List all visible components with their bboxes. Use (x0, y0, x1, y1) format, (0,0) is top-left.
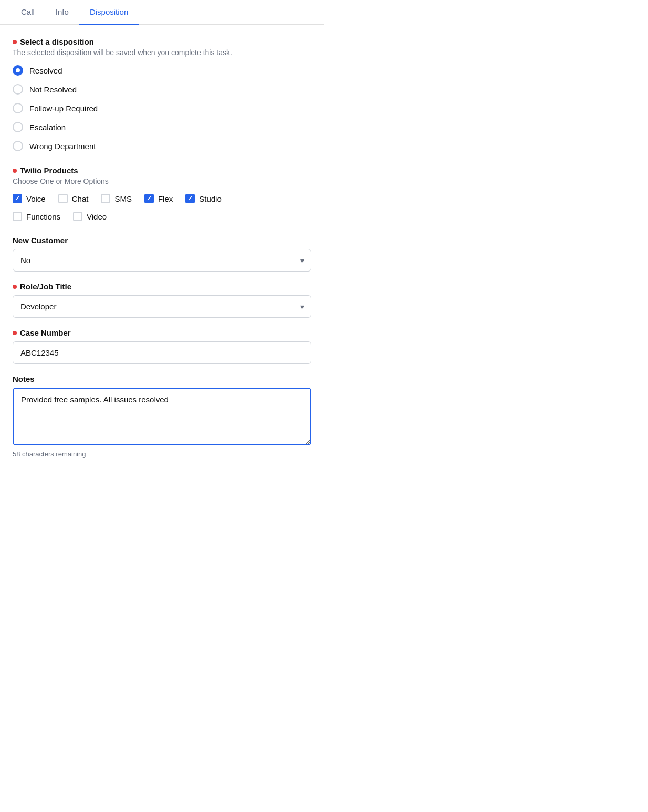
radio-wrong-dept[interactable]: Wrong Department (13, 141, 311, 151)
tab-call[interactable]: Call (11, 0, 45, 25)
checkbox-sms-label: SMS (114, 194, 132, 203)
role-job-title-label: Role/Job Title (13, 282, 311, 291)
radio-wrong-dept-input[interactable] (13, 141, 23, 151)
disposition-title: Select a disposition (13, 37, 311, 46)
radio-not-resolved[interactable]: Not Resolved (13, 84, 311, 95)
checkbox-functions-label: Functions (26, 212, 60, 221)
checkbox-chat-label: Chat (72, 194, 89, 203)
checkbox-studio[interactable]: Studio (185, 194, 222, 203)
checkbox-video[interactable]: Video (73, 212, 107, 221)
case-number-label: Case Number (13, 328, 311, 337)
disposition-section: Select a disposition The selected dispos… (13, 37, 311, 151)
radio-resolved[interactable]: Resolved (13, 65, 311, 76)
required-dot-products (13, 169, 17, 173)
radio-follow-up-label: Follow-up Required (29, 104, 98, 113)
checkbox-sms-box[interactable] (101, 194, 110, 203)
products-row2: Functions Video (13, 212, 311, 221)
case-number-input[interactable] (13, 341, 311, 364)
radio-escalation[interactable]: Escalation (13, 122, 311, 132)
required-dot (13, 40, 17, 44)
checkbox-chat[interactable]: Chat (58, 194, 89, 203)
checkbox-flex-label: Flex (158, 194, 173, 203)
twilio-products-desc: Choose One or More Options (13, 177, 311, 185)
tab-info[interactable]: Info (45, 0, 79, 25)
radio-resolved-label: Resolved (29, 66, 62, 75)
twilio-products-title: Twilio Products (13, 166, 311, 175)
new-customer-label: New Customer (13, 236, 311, 245)
checkbox-studio-box[interactable] (185, 194, 195, 203)
disposition-radio-group: Resolved Not Resolved Follow-up Required… (13, 65, 311, 151)
content-area: Select a disposition The selected dispos… (0, 25, 324, 481)
notes-section: Notes Provided free samples. All issues … (13, 374, 311, 458)
checkbox-video-label: Video (87, 212, 107, 221)
tab-disposition[interactable]: Disposition (79, 0, 139, 25)
new-customer-select[interactable]: No Yes (13, 249, 311, 272)
checkbox-video-box[interactable] (73, 212, 82, 221)
notes-textarea[interactable]: Provided free samples. All issues resolv… (13, 388, 311, 445)
radio-not-resolved-label: Not Resolved (29, 85, 77, 94)
radio-not-resolved-input[interactable] (13, 84, 23, 95)
radio-follow-up-input[interactable] (13, 103, 23, 113)
checkbox-chat-box[interactable] (58, 194, 68, 203)
checkbox-studio-label: Studio (199, 194, 222, 203)
case-number-section: Case Number (13, 328, 311, 364)
new-customer-select-wrapper: No Yes ▾ (13, 249, 311, 272)
checkbox-flex[interactable]: Flex (144, 194, 173, 203)
checkbox-functions[interactable]: Functions (13, 212, 60, 221)
checkbox-sms[interactable]: SMS (101, 194, 132, 203)
disposition-desc: The selected disposition will be saved w… (13, 48, 311, 57)
radio-wrong-dept-label: Wrong Department (29, 142, 96, 151)
radio-escalation-label: Escalation (29, 123, 66, 132)
required-dot-role (13, 285, 17, 289)
products-row1: Voice Chat SMS Flex Studio (13, 194, 311, 203)
checkbox-voice[interactable]: Voice (13, 194, 46, 203)
radio-resolved-input[interactable] (13, 65, 23, 76)
tab-bar: Call Info Disposition (0, 0, 324, 25)
role-job-title-section: Role/Job Title Developer Manager Executi… (13, 282, 311, 318)
radio-escalation-input[interactable] (13, 122, 23, 132)
required-dot-case (13, 331, 17, 335)
checkbox-voice-box[interactable] (13, 194, 22, 203)
radio-follow-up[interactable]: Follow-up Required (13, 103, 311, 113)
new-customer-section: New Customer No Yes ▾ (13, 236, 311, 272)
twilio-products-section: Twilio Products Choose One or More Optio… (13, 166, 311, 221)
checkbox-flex-box[interactable] (144, 194, 154, 203)
role-select[interactable]: Developer Manager Executive Other (13, 295, 311, 318)
notes-label: Notes (13, 374, 311, 383)
role-select-wrapper: Developer Manager Executive Other ▾ (13, 295, 311, 318)
chars-remaining: 58 characters remaining (13, 450, 311, 458)
checkbox-voice-label: Voice (26, 194, 46, 203)
checkbox-functions-box[interactable] (13, 212, 22, 221)
